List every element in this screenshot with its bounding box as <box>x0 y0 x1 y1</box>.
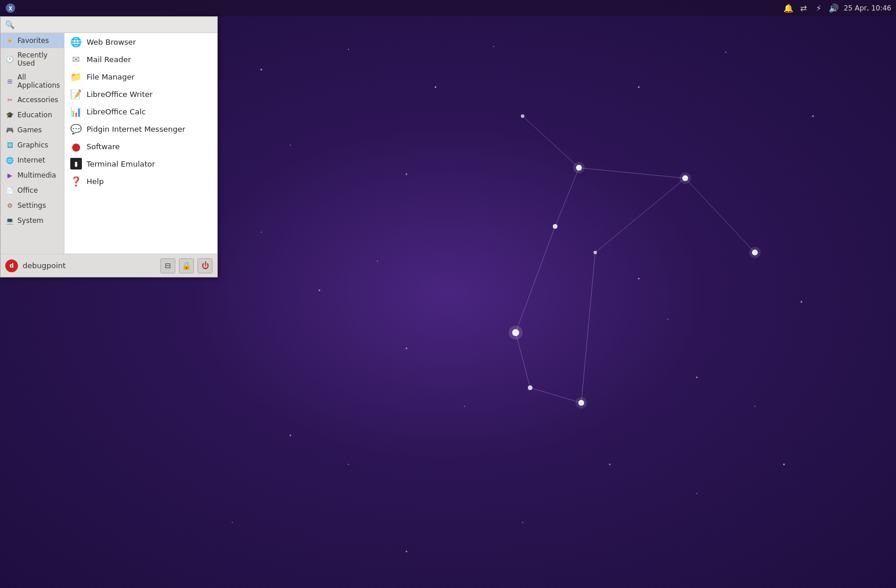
svg-point-31 <box>801 301 803 303</box>
search-bar: 🔍 <box>1 17 217 33</box>
svg-point-35 <box>406 348 408 349</box>
app-item-web-browser[interactable]: 🌐 Web Browser <box>64 33 217 50</box>
svg-line-8 <box>685 178 755 252</box>
app-label-terminal: Terminal Emulator <box>87 160 155 168</box>
taskbar-left: X <box>5 2 16 14</box>
svg-point-40 <box>696 493 697 494</box>
power-button[interactable]: ⏻ <box>197 258 213 273</box>
svg-point-32 <box>261 232 262 233</box>
svg-point-12 <box>512 329 519 336</box>
system-icon: 💻 <box>5 216 15 225</box>
svg-line-3 <box>516 226 555 333</box>
svg-line-6 <box>581 252 595 403</box>
app-item-help[interactable]: ❓ Help <box>64 172 217 190</box>
sidebar-item-office[interactable]: 📄 Office <box>1 183 64 198</box>
svg-point-28 <box>667 319 668 320</box>
svg-point-20 <box>435 86 437 88</box>
svg-point-42 <box>232 522 233 523</box>
svg-point-44 <box>522 522 523 523</box>
mail-reader-icon: ✉ <box>70 53 82 65</box>
app-item-terminal[interactable]: ▮ Terminal Emulator <box>64 155 217 172</box>
sidebar-item-accessories[interactable]: ✂ Accessories <box>1 92 64 107</box>
favorites-icon: ★ <box>5 36 15 45</box>
help-icon: ❓ <box>70 175 82 187</box>
network-icon[interactable]: ⇄ <box>798 3 809 13</box>
svg-point-27 <box>638 278 640 280</box>
app-item-software[interactable]: ● Software <box>64 138 217 155</box>
app-item-pidgin[interactable]: 💬 Pidgin Internet Messenger <box>64 120 217 138</box>
recently-used-icon: 🕐 <box>5 55 15 64</box>
sidebar-label-favorites: Favorites <box>17 37 49 45</box>
app-label-software: Software <box>87 142 120 151</box>
svg-point-26 <box>406 174 408 175</box>
taskbar-right: 🔔 ⇄ ⚡ 🔊 25 Apr, 10:46 <box>783 3 891 13</box>
svg-line-2 <box>555 168 579 226</box>
lock-screen-button[interactable]: 🔒 <box>179 258 194 273</box>
sidebar-label-games: Games <box>17 126 42 134</box>
app-item-libreoffice-calc[interactable]: 📊 LibreOffice Calc <box>64 103 217 120</box>
app-item-file-manager[interactable]: 📁 File Manager <box>64 68 217 85</box>
sidebar-label-graphics: Graphics <box>17 141 48 149</box>
sidebar-item-internet[interactable]: 🌐 Internet <box>1 153 64 168</box>
sidebar-label-internet: Internet <box>17 156 45 164</box>
libreoffice-calc-icon: 📊 <box>70 106 82 117</box>
app-item-libreoffice-writer[interactable]: 📝 LibreOffice Writer <box>64 85 217 103</box>
accessories-icon: ✂ <box>5 95 15 104</box>
svg-point-47 <box>509 326 523 340</box>
internet-icon: 🌐 <box>5 156 15 165</box>
sidebar-item-all-applications[interactable]: ⊞ All Applications <box>1 70 64 92</box>
switch-user-button[interactable]: ⊟ <box>160 258 175 273</box>
graphics-icon: 🖼 <box>5 140 15 150</box>
app-label-libreoffice-writer: LibreOffice Writer <box>87 90 153 99</box>
xfce-logo[interactable]: X <box>5 2 16 14</box>
svg-point-9 <box>576 165 582 171</box>
app-label-web-browser: Web Browser <box>87 38 136 46</box>
menu-body: ★ Favorites 🕐 Recently Used ⊞ All Applic… <box>1 33 217 254</box>
sidebar-item-multimedia[interactable]: ▶ Multimedia <box>1 168 64 183</box>
svg-point-17 <box>521 114 524 118</box>
all-applications-icon: ⊞ <box>5 77 15 86</box>
search-icon: 🔍 <box>5 20 15 29</box>
file-manager-icon: 📁 <box>70 71 82 82</box>
svg-point-16 <box>752 250 758 255</box>
libreoffice-writer-icon: 📝 <box>70 88 82 100</box>
svg-point-29 <box>696 377 698 378</box>
notification-icon[interactable]: 🔔 <box>783 3 794 13</box>
power-icon: ⏻ <box>201 261 209 270</box>
xfce-logo-icon: X <box>5 3 16 13</box>
svg-point-30 <box>754 406 755 407</box>
app-label-file-manager: File Manager <box>87 73 135 81</box>
sidebar-label-accessories: Accessories <box>17 96 58 104</box>
svg-point-23 <box>725 52 726 53</box>
svg-point-37 <box>290 435 292 437</box>
svg-point-48 <box>575 397 587 409</box>
app-item-mail-reader[interactable]: ✉ Mail Reader <box>64 50 217 68</box>
settings-icon: ⚙ <box>5 201 15 210</box>
sidebar-label-system: System <box>17 217 44 225</box>
svg-point-22 <box>638 86 640 88</box>
sidebar-item-games[interactable]: 🎮 Games <box>1 122 64 138</box>
svg-point-46 <box>679 172 691 184</box>
sidebar-label-multimedia: Multimedia <box>17 171 56 179</box>
user-avatar: d <box>5 259 18 272</box>
web-browser-icon: 🌐 <box>70 36 82 48</box>
sidebar-item-recently-used[interactable]: 🕐 Recently Used <box>1 48 64 70</box>
games-icon: 🎮 <box>5 125 15 135</box>
svg-point-34 <box>377 261 378 262</box>
svg-point-39 <box>609 464 611 466</box>
power-status-icon[interactable]: ⚡ <box>814 3 824 13</box>
search-input[interactable] <box>18 20 213 29</box>
volume-icon[interactable]: 🔊 <box>829 3 839 13</box>
sidebar-item-system[interactable]: 💻 System <box>1 213 64 228</box>
sidebar-item-settings[interactable]: ⚙ Settings <box>1 198 64 213</box>
office-icon: 📄 <box>5 186 15 195</box>
sidebar-item-favorites[interactable]: ★ Favorites <box>1 33 64 48</box>
svg-point-24 <box>812 116 814 117</box>
svg-line-7 <box>595 178 685 252</box>
username-label: debugpoint <box>23 261 66 270</box>
sidebar-item-education[interactable]: 🎓 Education <box>1 107 64 122</box>
svg-point-25 <box>290 145 291 146</box>
svg-line-5 <box>530 388 581 403</box>
pidgin-icon: 💬 <box>70 123 82 135</box>
sidebar-item-graphics[interactable]: 🖼 Graphics <box>1 138 64 153</box>
